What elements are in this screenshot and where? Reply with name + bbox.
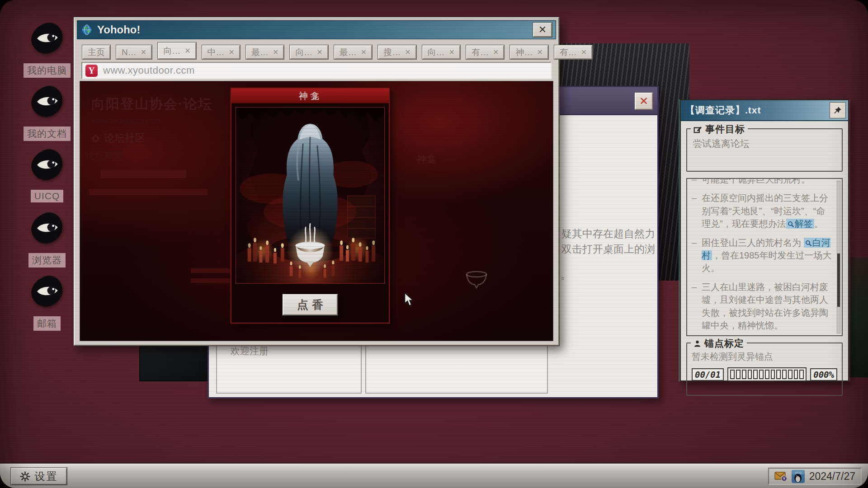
mail-tray-icon[interactable] xyxy=(774,471,787,482)
tab-label: 中… xyxy=(208,47,225,58)
tab-close-icon[interactable]: ✕ xyxy=(141,48,146,56)
progress-segment xyxy=(730,370,735,379)
document-text-line: 双击打开桌面上的浏 xyxy=(561,242,655,256)
browser-titlebar[interactable]: Yohoho! ✕ xyxy=(77,20,556,39)
desktop-icon-5[interactable]: 邮箱 xyxy=(16,274,78,331)
tab-label: 向… xyxy=(163,45,180,57)
desktop-icon-label: 邮箱 xyxy=(33,316,61,331)
light-incense-button[interactable]: 点香 xyxy=(283,294,338,315)
image-scanline-overlay xyxy=(236,108,384,283)
uicq-penguin-tray-icon[interactable]: UICQ xyxy=(792,470,805,483)
mouse-cursor xyxy=(404,293,416,307)
welcome-register-text: 欢迎注册 xyxy=(231,345,269,357)
note-entry: –三人在山里迷路，被困白河村废墟，且刘健在中途曾与其他两人失散，被找到时站在许多… xyxy=(692,281,832,332)
progress-segment xyxy=(753,370,758,379)
notes-body: 事件目标 尝试逃离论坛 –可能是个诡异巨大的荒村。–在还原空间内摇出的三支签上分… xyxy=(681,121,848,401)
settings-label: 设置 xyxy=(35,469,58,483)
desktop-icon-2[interactable]: 我的文档 xyxy=(16,84,78,141)
progress-segment xyxy=(736,370,741,379)
note-entry: –可能是个诡异巨大的荒村。 xyxy=(692,178,832,186)
browser-window: Yohoho! ✕ 主页N…✕向…✕中…✕最…✕向…✕最…✕搜…✕向…✕有…✕神… xyxy=(74,17,559,346)
anchor-status-text: 暂未检测到灵异锚点 xyxy=(692,351,837,363)
investigation-notes-panel: 【调查记录】.txt 事件目标 尝试逃离论坛 –可能是个诡异巨大的 xyxy=(680,99,849,381)
shrine-modal: 神龛 xyxy=(231,88,390,324)
anchor-progress-row: 00/01 000% xyxy=(692,367,837,381)
tab-close-icon[interactable]: ✕ xyxy=(316,48,322,56)
eye-icon xyxy=(28,21,66,55)
browser-tab[interactable]: 向…✕ xyxy=(422,45,460,59)
document-text-line: 。 xyxy=(561,268,571,282)
browser-tab[interactable]: N…✕ xyxy=(116,45,152,59)
tab-close-icon[interactable]: ✕ xyxy=(361,48,367,56)
note-bullet: – xyxy=(692,192,698,230)
shrine-image xyxy=(236,107,385,284)
desktop-icon-4[interactable]: 浏览器 xyxy=(16,211,78,267)
objective-section: 事件目标 尝试逃离论坛 xyxy=(686,128,843,172)
note-bullet: – xyxy=(692,236,698,275)
notes-scrollbar-thumb[interactable] xyxy=(837,253,840,307)
tab-label: 有… xyxy=(560,47,577,58)
tab-label: 向… xyxy=(295,47,312,58)
url-text[interactable]: www.xyoutdoor.ccm xyxy=(103,65,195,76)
tab-close-icon[interactable]: ✕ xyxy=(405,48,410,56)
wallpaper-photo-right-edge xyxy=(846,258,868,377)
tab-close-icon[interactable]: ✕ xyxy=(273,48,278,56)
game-screen: 我的电脑 我的文档 UICQ 浏览器 邮箱 ✕ 疑其中存在超自然力 双击打开桌面… xyxy=(0,0,868,488)
forum-nav-community[interactable]: 论坛社区 xyxy=(91,131,146,145)
browser-tab[interactable]: 最…✕ xyxy=(246,45,284,59)
document-text-line: 疑其中存在超自然力 xyxy=(561,227,655,241)
home-icon xyxy=(91,134,100,142)
note-text: 困住登山三人的荒村名为 白河村，曾在1985年时发生过一场大火。 xyxy=(702,236,832,275)
browser-tab[interactable]: 向…✕ xyxy=(290,45,328,59)
site-favicon: Y xyxy=(85,65,98,77)
notes-scrollbar[interactable] xyxy=(837,181,840,333)
browser-tab[interactable]: 中…✕ xyxy=(202,45,240,59)
browser-tab[interactable]: 有…✕ xyxy=(554,45,592,59)
note-keyword-link[interactable]: 白河村 xyxy=(702,238,830,260)
svg-text:UICQ: UICQ xyxy=(795,471,802,474)
browser-tab[interactable]: 有…✕ xyxy=(466,45,504,59)
browser-tab[interactable]: 最…✕ xyxy=(334,45,372,59)
notes-pin-button[interactable] xyxy=(830,102,846,118)
desktop-icon-1[interactable]: 我的电脑 xyxy=(16,21,78,78)
forum-nav-rules[interactable]: 论坛规则 xyxy=(85,149,123,162)
desktop-icon-3[interactable]: UICQ xyxy=(16,147,78,202)
tab-close-icon[interactable]: ✕ xyxy=(581,48,587,56)
tab-label: N… xyxy=(122,47,137,57)
browser-close-button[interactable]: ✕ xyxy=(533,23,552,37)
browser-tab[interactable]: 主页 xyxy=(82,45,110,59)
eye-icon xyxy=(28,274,66,308)
browser-tab[interactable]: 搜…✕ xyxy=(378,45,416,59)
tab-close-icon[interactable]: ✕ xyxy=(229,48,235,56)
note-text: 可能是个诡异巨大的荒村。 xyxy=(702,178,810,186)
tab-close-icon[interactable]: ✕ xyxy=(537,48,542,56)
desktop-icon-label: 我的文档 xyxy=(24,127,71,141)
taskbar-date[interactable]: 2024/7/27 xyxy=(809,470,855,483)
eye-icon xyxy=(28,147,66,182)
taskbar: 设置 UICQ 2024/7/27 xyxy=(0,464,868,488)
browser-tab-bar: 主页N…✕向…✕中…✕最…✕向…✕最…✕搜…✕向…✕有…✕神…✕有…✕ xyxy=(77,39,556,60)
anchor-section: 锚点标定 暂未检测到灵异锚点 00/01 000% xyxy=(686,343,843,396)
tab-close-icon[interactable]: ✕ xyxy=(184,47,190,55)
progress-segment xyxy=(794,370,798,379)
anchor-header: 锚点标定 xyxy=(704,337,744,350)
tab-close-icon[interactable]: ✕ xyxy=(493,48,499,56)
progress-segment xyxy=(771,370,775,379)
notes-entries-box[interactable]: –可能是个诡异巨大的荒村。–在还原空间内摇出的三支签上分别写着“天地艮”、“时运… xyxy=(686,178,843,336)
edit-icon xyxy=(693,126,702,133)
tab-label: 有… xyxy=(472,47,489,58)
tab-label: 神… xyxy=(515,47,533,58)
system-tray: UICQ 2024/7/27 xyxy=(768,468,862,485)
note-text: 在还原空间内摇出的三支签上分别写着“天地艮”、“时运坎”、“命理兑”，现在要想办… xyxy=(702,192,832,230)
browser-tab[interactable]: 向…✕ xyxy=(158,42,196,59)
browser-tab[interactable]: 神…✕ xyxy=(510,45,548,59)
browser-address-bar[interactable]: Y www.xyoutdoor.ccm xyxy=(81,62,552,79)
search-icon xyxy=(788,221,794,228)
note-keyword-link[interactable]: 解签 xyxy=(786,219,814,229)
forum-redacted-row xyxy=(100,170,186,178)
tab-close-icon[interactable]: ✕ xyxy=(449,48,455,56)
desktop-icon-label: 我的电脑 xyxy=(24,63,71,78)
settings-button[interactable]: 设置 xyxy=(11,468,67,485)
notes-titlebar[interactable]: 【调查记录】.txt xyxy=(681,100,848,121)
document-close-button[interactable]: ✕ xyxy=(635,93,653,110)
